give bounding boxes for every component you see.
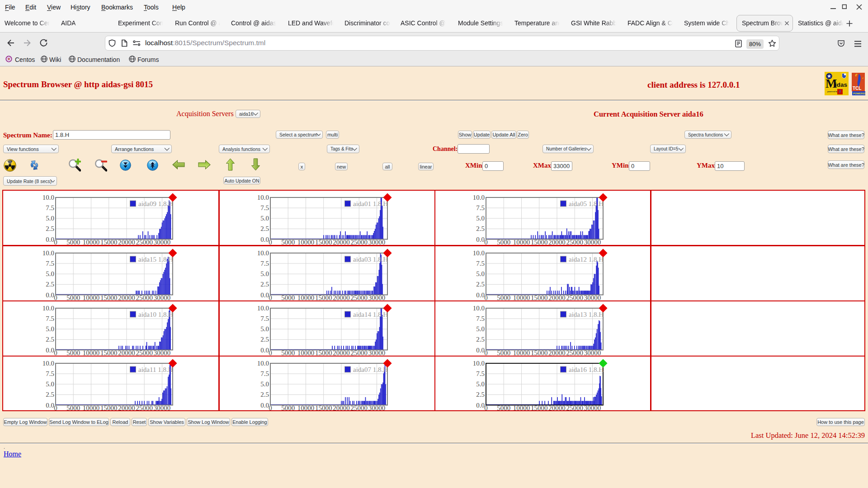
svg-text:7.5: 7.5 [260, 315, 269, 322]
svg-text:0: 0 [269, 349, 272, 356]
svg-text:powered by: powered by [827, 90, 838, 93]
svg-text:15000: 15000 [531, 294, 548, 301]
svg-text:TCL: TCL [853, 86, 861, 91]
svg-text:aida13 1.8.H: aida13 1.8.H [569, 311, 604, 318]
svg-text:0.0: 0.0 [46, 236, 54, 243]
svg-text:7.5: 7.5 [476, 204, 485, 211]
svg-text:15000: 15000 [315, 404, 332, 412]
svg-text:5000: 5000 [497, 349, 510, 356]
svg-text:aida05 1.8.H: aida05 1.8.H [569, 200, 604, 207]
svg-text:10000: 10000 [513, 294, 530, 301]
svg-text:20000: 20000 [118, 239, 135, 246]
svg-text:10000: 10000 [297, 294, 315, 301]
svg-text:10.0: 10.0 [257, 360, 269, 367]
svg-text:20000: 20000 [333, 404, 350, 412]
svg-text:25000: 25000 [566, 294, 583, 301]
svg-text:0.0: 0.0 [46, 402, 54, 409]
svg-text:2.5: 2.5 [46, 281, 54, 288]
svg-text:5.0: 5.0 [46, 270, 54, 277]
svg-text:25000: 25000 [350, 349, 368, 356]
svg-text:0.0: 0.0 [260, 346, 269, 353]
svg-text:2.5: 2.5 [476, 225, 485, 233]
svg-text:15000: 15000 [315, 294, 332, 301]
svg-text:2.5: 2.5 [260, 225, 269, 233]
svg-text:10.0: 10.0 [42, 360, 54, 367]
svg-text:15000: 15000 [531, 349, 548, 356]
svg-text:5.0: 5.0 [476, 380, 485, 388]
svg-text:20000: 20000 [118, 349, 135, 356]
svg-text:10000: 10000 [513, 239, 530, 246]
svg-text:10000: 10000 [83, 404, 100, 412]
svg-text:15000: 15000 [100, 349, 118, 356]
svg-text:0: 0 [54, 404, 57, 412]
svg-text:25000: 25000 [566, 349, 583, 356]
svg-text:0: 0 [269, 404, 272, 412]
svg-text:15000: 15000 [315, 239, 332, 246]
svg-text:30000: 30000 [368, 404, 386, 412]
svg-text:30000: 30000 [368, 349, 386, 356]
svg-text:5000: 5000 [281, 294, 295, 301]
svg-text:30000: 30000 [368, 239, 386, 246]
svg-text:5.0: 5.0 [46, 325, 54, 333]
svg-text:0: 0 [484, 349, 488, 356]
svg-text:30000: 30000 [154, 404, 171, 412]
svg-text:2.5: 2.5 [476, 336, 485, 343]
svg-text:0.0: 0.0 [260, 402, 269, 409]
svg-text:25000: 25000 [350, 404, 368, 412]
svg-text:2.5: 2.5 [46, 225, 54, 233]
svg-text:aida15 1.8.H: aida15 1.8.H [138, 256, 173, 263]
svg-text:25000: 25000 [350, 239, 368, 246]
svg-text:30000: 30000 [154, 239, 171, 246]
svg-text:2.5: 2.5 [260, 281, 269, 288]
svg-text:7.5: 7.5 [476, 315, 485, 322]
svg-text:30000: 30000 [584, 404, 601, 412]
svg-text:20000: 20000 [333, 349, 350, 356]
svg-text:aida09 1.8.H: aida09 1.8.H [138, 200, 173, 207]
svg-text:20000: 20000 [548, 404, 566, 412]
svg-text:0.0: 0.0 [476, 236, 485, 243]
svg-text:5000: 5000 [66, 349, 80, 356]
svg-text:30000: 30000 [154, 349, 171, 356]
svg-text:5.0: 5.0 [476, 325, 485, 333]
svg-text:25000: 25000 [566, 404, 583, 412]
svg-text:10000: 10000 [297, 404, 315, 412]
svg-text:15000: 15000 [531, 404, 548, 412]
svg-text:0.0: 0.0 [476, 346, 485, 353]
svg-text:25000: 25000 [136, 294, 153, 301]
svg-text:0: 0 [484, 294, 488, 301]
svg-text:0: 0 [269, 239, 272, 246]
svg-text:2.5: 2.5 [260, 336, 269, 343]
svg-text:0: 0 [484, 239, 488, 246]
svg-text:5000: 5000 [66, 239, 80, 246]
svg-text:7.5: 7.5 [46, 260, 54, 267]
svg-text:20000: 20000 [548, 239, 566, 246]
svg-text:20000: 20000 [333, 294, 350, 301]
svg-text:10.0: 10.0 [42, 249, 54, 257]
svg-text:aida03 1.8.H: aida03 1.8.H [353, 256, 388, 263]
svg-text:7.5: 7.5 [260, 260, 269, 267]
svg-text:5.0: 5.0 [260, 325, 269, 333]
svg-text:0.0: 0.0 [260, 291, 269, 298]
svg-text:aida12 1.8.H: aida12 1.8.H [569, 256, 604, 263]
svg-text:idas: idas [835, 81, 847, 88]
svg-text:aida10 1.8.H: aida10 1.8.H [138, 311, 173, 318]
svg-text:25000: 25000 [136, 239, 153, 246]
svg-text:20000: 20000 [333, 239, 350, 246]
svg-text:2.5: 2.5 [476, 281, 485, 288]
svg-text:15000: 15000 [100, 294, 118, 301]
svg-text:10.0: 10.0 [42, 305, 54, 312]
svg-text:0: 0 [269, 294, 272, 301]
svg-text:5000: 5000 [281, 239, 295, 246]
svg-text:aida16 1.8.H: aida16 1.8.H [569, 366, 604, 373]
svg-text:10000: 10000 [297, 349, 315, 356]
svg-text:30000: 30000 [154, 294, 171, 301]
svg-text:10.0: 10.0 [42, 194, 54, 201]
svg-text:0.0: 0.0 [260, 236, 269, 243]
svg-text:7.5: 7.5 [476, 370, 485, 377]
svg-text:5000: 5000 [66, 294, 80, 301]
svg-text:0: 0 [54, 239, 57, 246]
svg-text:10000: 10000 [513, 349, 530, 356]
svg-text:10000: 10000 [83, 239, 100, 246]
svg-text:2.5: 2.5 [476, 391, 485, 398]
svg-text:5000: 5000 [497, 294, 510, 301]
